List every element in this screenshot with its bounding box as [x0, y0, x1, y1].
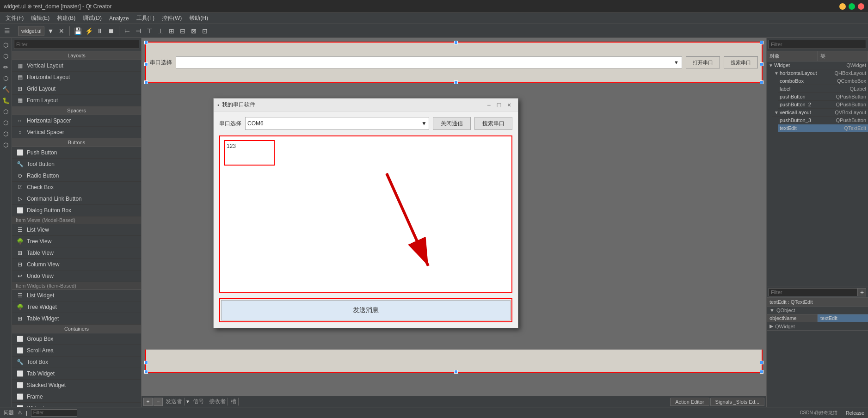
sidebar-item-radio-button[interactable]: ⊙ Radio Button	[12, 170, 141, 182]
icon-tool-build[interactable]: 🔨	[1, 84, 11, 94]
sidebar-filter-input[interactable]	[14, 40, 139, 49]
dialog-send-btn[interactable]: 发送消息	[221, 300, 511, 320]
sidebar-item-vertical-layout[interactable]: ▥ Vertical Layout	[12, 60, 141, 72]
icon-tool-1[interactable]: ⬡	[1, 40, 11, 50]
dialog-minimize-btn[interactable]: −	[484, 100, 494, 110]
toolbar-btn-2[interactable]: ⚡	[84, 26, 94, 36]
resize-handle-bottom[interactable]	[454, 80, 458, 84]
prop-filter-input[interactable]	[769, 288, 858, 296]
menu-controls[interactable]: 控件(W)	[158, 13, 185, 23]
sidebar-item-check-box[interactable]: ☑ Check Box	[12, 182, 141, 193]
obj-row-widget[interactable]: ▼ Widget QWidget	[767, 61, 868, 69]
icon-tool-edit[interactable]: ✏	[1, 62, 11, 72]
sidebar-item-table-view[interactable]: ⊞ Table View	[12, 247, 141, 259]
obj-row-pushbutton3[interactable]: pushButton_3 QPushButton	[778, 117, 868, 124]
sidebar-item-tool-button[interactable]: 🔧 Tool Button	[12, 159, 141, 170]
menu-debug[interactable]: 调试(D)	[79, 13, 105, 23]
dialog-search-btn[interactable]: 搜索串口	[474, 117, 512, 130]
toolbar-btn-11[interactable]: ⊠	[189, 26, 199, 36]
sidebar-item-vertical-spacer[interactable]: ↕ Vertical Spacer	[12, 127, 141, 138]
resize-handle-left[interactable]	[144, 62, 148, 66]
sidebar-item-table-widget[interactable]: ⊞ Table Widget	[12, 313, 141, 325]
menu-tools[interactable]: 工具(T)	[133, 13, 158, 23]
canvas-btn-open[interactable]: 打开串口	[686, 56, 720, 68]
prop-section-qwidget[interactable]: ▶ QWidget	[767, 322, 868, 331]
obj-row-vertical-layout[interactable]: ▼ verticalLayout QVBoxLayout	[772, 109, 868, 117]
toolbar-btn-7[interactable]: ⊤	[144, 26, 154, 36]
obj-row-textedit[interactable]: textEdit QTextEdit	[778, 124, 868, 132]
sidebar-item-list-widget[interactable]: ☰ List Widget	[12, 290, 141, 301]
resize-handle-b2[interactable]	[454, 370, 458, 374]
right-filter-input[interactable]	[769, 40, 866, 49]
toolbar-dropdown[interactable]: ▼	[45, 26, 55, 36]
resize-handle-top[interactable]	[454, 41, 458, 44]
tab-signals-slots[interactable]: Signals _Slots Ed...	[710, 398, 764, 406]
sidebar-item-tree-widget[interactable]: 🌳 Tree Widget	[12, 301, 141, 313]
obj-row-label[interactable]: label QLabel	[778, 85, 868, 93]
toolbar-btn-5[interactable]: ⊢	[122, 26, 132, 36]
menu-help[interactable]: 帮助(H)	[185, 13, 212, 23]
obj-row-horizontal-layout[interactable]: ▼ horizontalLayout QHBoxLayout	[772, 69, 868, 77]
sidebar-item-horizontal-spacer[interactable]: ↔ Horizontal Spacer	[12, 115, 141, 127]
resize-handle-bl2[interactable]	[144, 370, 148, 374]
dialog-close-comm-btn[interactable]: 关闭通信	[433, 117, 471, 130]
toolbar-btn-6[interactable]: ⊣	[133, 26, 143, 36]
sidebar-item-stacked-widget[interactable]: ⬜ Stacked Widget	[12, 380, 141, 391]
obj-row-combo[interactable]: comboBox QComboBox	[778, 77, 868, 85]
dialog-maximize-btn[interactable]: □	[494, 100, 504, 110]
toolbar-btn-9[interactable]: ⊞	[166, 26, 177, 36]
sidebar-item-push-button[interactable]: ⬜ Push Button	[12, 147, 141, 159]
icon-tool-8[interactable]: ⬡	[1, 117, 11, 128]
toolbar-btn-save[interactable]: 💾	[73, 26, 83, 36]
prop-section-qobject[interactable]: ▼ QObject	[767, 307, 868, 314]
sidebar-item-grid-layout[interactable]: ⊞ Grid Layout	[12, 83, 141, 95]
tab-action-editor[interactable]: Action Editor	[670, 398, 709, 406]
sidebar-item-list-view[interactable]: ☰ List View	[12, 224, 141, 236]
icon-tool-10[interactable]: ⬡	[1, 140, 11, 150]
toolbar-btn-3[interactable]: ⏸	[95, 26, 105, 36]
sidebar-item-scroll-area[interactable]: ⬜ Scroll Area	[12, 345, 141, 357]
toolbar-btn-8[interactable]: ⊥	[155, 26, 166, 36]
icon-tool-debug[interactable]: 🐛	[1, 95, 11, 105]
menu-analyze[interactable]: Analyze	[105, 14, 133, 23]
dialog-close-btn[interactable]: ×	[504, 100, 514, 110]
menu-build[interactable]: 构建(B)	[53, 13, 79, 23]
icon-tool-9[interactable]: ⬡	[1, 129, 11, 139]
resize-handle-l2[interactable]	[144, 361, 148, 364]
sidebar-item-form-layout[interactable]: ▦ Form Layout	[12, 95, 141, 106]
close-button[interactable]	[858, 3, 864, 10]
sidebar-item-frame[interactable]: ⬜ Frame	[12, 391, 141, 403]
canvas-btn-search[interactable]: 搜索串口	[724, 56, 758, 68]
resize-handle-tl[interactable]	[144, 41, 148, 44]
sidebar-item-widget[interactable]: ⬜ Widget	[12, 403, 141, 407]
sidebar-item-command-link[interactable]: ▷ Command Link Button	[12, 193, 141, 205]
toolbar-btn-12[interactable]: ⊡	[200, 26, 210, 36]
resize-handle-r2[interactable]	[760, 361, 763, 364]
add-signal-slot-btn[interactable]: +	[143, 398, 153, 406]
prop-value-objectname[interactable]: textEdit	[818, 314, 868, 322]
resize-handle-br[interactable]	[760, 80, 763, 84]
toolbar-btn-10[interactable]: ⊟	[178, 26, 188, 36]
obj-row-pushbutton2[interactable]: pushButton_2 QPushButton	[778, 101, 868, 109]
dialog-combo[interactable]: COM6 ▼	[245, 117, 429, 130]
sidebar-item-tab-widget[interactable]: ⬜ Tab Widget	[12, 368, 141, 380]
sidebar-item-dialog-button-box[interactable]: ⬜ Dialog Button Box	[12, 205, 141, 216]
icon-tool-7[interactable]: ⬡	[1, 106, 11, 117]
obj-row-pushbutton[interactable]: pushButton QPushButton	[778, 93, 868, 101]
remove-signal-slot-btn[interactable]: −	[154, 398, 163, 406]
canvas-combo[interactable]: ▼	[176, 56, 682, 68]
sidebar-item-horizontal-layout[interactable]: ▤ Horizontal Layout	[12, 72, 141, 83]
icon-tool-4[interactable]: ⬡	[1, 73, 11, 83]
resize-handle-tr[interactable]	[760, 41, 763, 44]
resize-handle-bl[interactable]	[144, 80, 148, 84]
toolbar-btn-4[interactable]: ⏹	[106, 26, 116, 36]
sidebar-item-undo-view[interactable]: ↩ Undo View	[12, 270, 141, 282]
resize-handle-br2[interactable]	[760, 370, 763, 374]
sidebar-item-column-view[interactable]: ⊟ Column View	[12, 259, 141, 270]
sidebar-item-tree-view[interactable]: 🌳 Tree View	[12, 236, 141, 247]
prop-add-btn[interactable]: +	[858, 288, 866, 296]
toolbar-close-file[interactable]: ✕	[56, 26, 67, 36]
minimize-button[interactable]	[839, 3, 846, 10]
status-filter-input[interactable]	[31, 409, 77, 417]
dialog-text-input[interactable]: 123	[224, 140, 275, 166]
